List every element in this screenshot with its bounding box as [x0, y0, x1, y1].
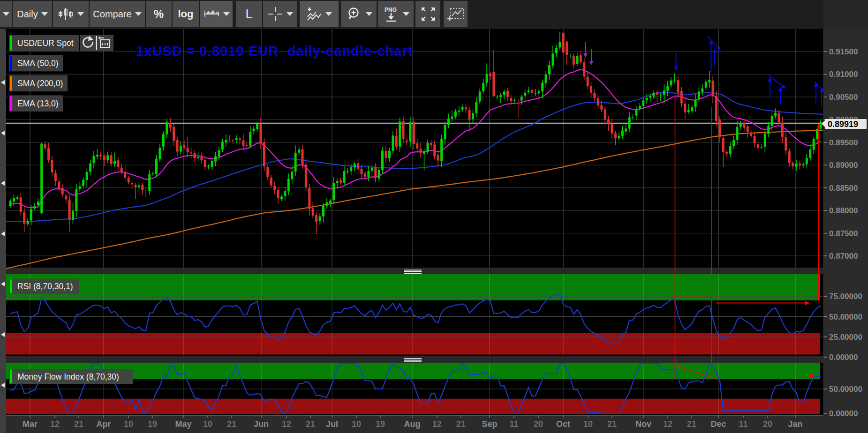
svg-text:11: 11 — [739, 419, 747, 429]
svg-text:Sep: Sep — [482, 419, 497, 429]
svg-text:21: 21 — [74, 419, 83, 429]
svg-text:0.88000: 0.88000 — [829, 206, 858, 215]
svg-text:Aug: Aug — [404, 419, 421, 429]
svg-text:0.89000: 0.89000 — [829, 161, 858, 170]
svg-text:21: 21 — [306, 419, 315, 429]
svg-text:Jul: Jul — [326, 419, 338, 429]
svg-text:May: May — [175, 419, 191, 429]
svg-text:0.87500: 0.87500 — [829, 229, 858, 238]
svg-text:EMA (13,0): EMA (13,0) — [17, 99, 59, 108]
svg-text:50.00000: 50.00000 — [829, 313, 862, 321]
svg-text:0.91500: 0.91500 — [829, 47, 858, 56]
svg-text:Oct: Oct — [556, 419, 570, 429]
svg-text:USD/EUR Spot: USD/EUR Spot — [17, 38, 74, 48]
svg-text:21: 21 — [227, 419, 236, 429]
svg-text:Dec: Dec — [710, 419, 726, 429]
svg-text:0.89500: 0.89500 — [829, 138, 858, 147]
svg-text:RSI (8,70,30,1): RSI (8,70,30,1) — [17, 282, 73, 291]
svg-text:12: 12 — [663, 419, 672, 429]
svg-text:19: 19 — [148, 419, 157, 429]
svg-text:21: 21 — [687, 419, 696, 429]
svg-text:10: 10 — [124, 419, 133, 429]
svg-text:0.90500: 0.90500 — [829, 93, 858, 102]
svg-text:10: 10 — [352, 419, 361, 429]
svg-text:SMA (50,0): SMA (50,0) — [17, 59, 59, 68]
svg-text:21: 21 — [456, 419, 466, 429]
svg-text:19: 19 — [376, 419, 385, 429]
svg-text:12: 12 — [282, 419, 291, 429]
svg-text:25.00000: 25.00000 — [829, 333, 862, 342]
svg-text:0.91000: 0.91000 — [829, 70, 858, 79]
svg-text:0.00000: 0.00000 — [829, 353, 858, 362]
svg-text:0.87000: 0.87000 — [829, 252, 858, 261]
svg-text:10: 10 — [583, 419, 593, 429]
svg-text:12: 12 — [50, 419, 60, 429]
svg-text:Nov: Nov — [635, 419, 651, 429]
svg-text:21: 21 — [607, 419, 617, 429]
svg-text:20: 20 — [534, 419, 543, 429]
svg-text:Jan: Jan — [788, 419, 802, 429]
svg-text:20: 20 — [763, 419, 772, 429]
svg-text:10: 10 — [203, 419, 212, 429]
svg-text:PNG: PNG — [385, 7, 397, 13]
svg-text:Money Flow Index (8,70,30): Money Flow Index (8,70,30) — [17, 372, 119, 381]
svg-text:50.00000: 50.00000 — [829, 385, 862, 394]
svg-text:SMA (200,0): SMA (200,0) — [17, 79, 63, 88]
svg-text:75.00000: 75.00000 — [829, 292, 862, 301]
svg-text:12: 12 — [432, 419, 442, 429]
svg-text:0.88500: 0.88500 — [829, 184, 858, 193]
svg-text:Jun: Jun — [254, 419, 269, 429]
svg-text:Mar: Mar — [23, 419, 38, 429]
svg-text:0.00000: 0.00000 — [829, 409, 858, 418]
svg-text:11: 11 — [509, 419, 518, 429]
svg-text:1xUSD = 0.8919 EUR daily-cand: 1xUSD = 0.8919 EUR daily-candle-chart — [136, 44, 413, 59]
svg-text:Apr: Apr — [97, 419, 111, 429]
svg-text:0.89919: 0.89919 — [828, 119, 858, 129]
